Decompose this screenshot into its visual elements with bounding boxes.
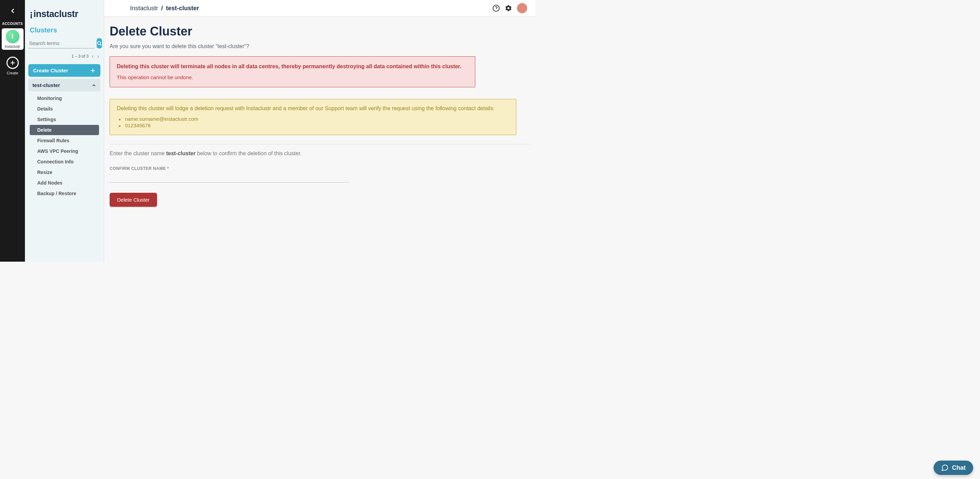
- nav-connection-info[interactable]: Connection Info: [30, 157, 99, 167]
- gear-icon: [505, 5, 512, 12]
- nav-resize[interactable]: Resize: [30, 167, 99, 178]
- pager: 1 – 3 of 3 ‹ ›: [25, 48, 104, 64]
- content: Delete Cluster Are you sure you want to …: [104, 17, 535, 220]
- topbar: Instaclustr / test-cluster: [104, 0, 535, 17]
- crumb-sep: /: [161, 5, 163, 12]
- cluster-toggle[interactable]: test-cluster: [28, 79, 100, 92]
- left-rail: ACCOUNTS I Instaclustr Create: [0, 0, 25, 262]
- nav-monitoring[interactable]: Monitoring: [30, 93, 99, 103]
- plus-icon: [6, 57, 19, 69]
- plus-icon: [90, 68, 95, 73]
- nav-add-nodes[interactable]: Add Nodes: [30, 178, 99, 188]
- user-avatar[interactable]: [517, 3, 527, 13]
- nav-backup-restore[interactable]: Backup / Restore: [30, 188, 99, 198]
- cluster-nav: Monitoring Details Settings Delete Firew…: [25, 92, 104, 200]
- main: Instaclustr / test-cluster Delete Cluste…: [104, 0, 535, 262]
- contact-email: name.surname@instaclustr.com: [119, 116, 509, 122]
- settings-button[interactable]: [505, 5, 512, 12]
- nav-details[interactable]: Details: [30, 104, 99, 114]
- help-icon: [492, 5, 500, 12]
- account-avatar: I: [6, 30, 19, 43]
- danger-line1: Deleting this cluster will terminate all…: [117, 63, 468, 70]
- warning-alert: Deleting this cluster will lodge a delet…: [110, 99, 516, 135]
- sidebar: ¡instaclustr Clusters 1 – 3 of 3 ‹ › Cre…: [25, 0, 104, 262]
- sidebar-heading: Clusters: [25, 26, 104, 38]
- back-button[interactable]: [7, 5, 18, 16]
- create-account-button[interactable]: Create: [6, 57, 19, 75]
- nav-delete[interactable]: Delete: [30, 125, 99, 135]
- accounts-label: ACCOUNTS: [2, 22, 23, 25]
- page-title: Delete Cluster: [110, 24, 530, 38]
- warning-message: Deleting this cluster will lodge a delet…: [117, 105, 509, 111]
- confirm-field-label: CONFIRM CLUSTER NAME *: [110, 166, 530, 171]
- nav-firewall[interactable]: Firewall Rules: [30, 135, 99, 146]
- chevron-left-icon: [9, 8, 16, 14]
- pager-next[interactable]: ›: [97, 53, 99, 59]
- search-icon: [97, 41, 102, 46]
- logo: ¡instaclustr: [25, 5, 104, 26]
- danger-line2: This operation cannot be undone.: [117, 75, 468, 80]
- pager-prev[interactable]: ‹: [92, 53, 94, 59]
- crumb-root[interactable]: Instaclustr: [130, 5, 158, 12]
- pager-text: 1 – 3 of 3: [72, 54, 88, 59]
- search-button[interactable]: [97, 38, 102, 48]
- nav-settings[interactable]: Settings: [30, 114, 99, 125]
- delete-cluster-button[interactable]: Delete Cluster: [110, 193, 157, 207]
- confirm-cluster-name-input[interactable]: [110, 172, 348, 182]
- create-account-label: Create: [7, 71, 18, 75]
- search-input[interactable]: [28, 38, 95, 48]
- help-button[interactable]: [492, 5, 500, 12]
- confirm-instruction: Enter the cluster name test-cluster belo…: [110, 151, 530, 157]
- divider: [110, 144, 530, 144]
- page-subtitle: Are you sure you want to delete this clu…: [110, 43, 530, 49]
- contact-phone: 012345678: [119, 122, 509, 128]
- crumb-current[interactable]: test-cluster: [166, 5, 199, 12]
- account-name: Instaclustr: [5, 45, 21, 48]
- create-cluster-button[interactable]: Create Cluster: [28, 64, 100, 77]
- contact-list: name.surname@instaclustr.com 012345678: [117, 116, 509, 128]
- svg-line-3: [100, 44, 102, 45]
- nav-vpc-peering[interactable]: AWS VPC Peering: [30, 146, 99, 156]
- danger-alert: Deleting this cluster will terminate all…: [110, 56, 475, 87]
- chevron-up-icon: [92, 83, 96, 88]
- breadcrumb: Instaclustr / test-cluster: [130, 5, 199, 12]
- account-badge[interactable]: I Instaclustr: [2, 28, 24, 50]
